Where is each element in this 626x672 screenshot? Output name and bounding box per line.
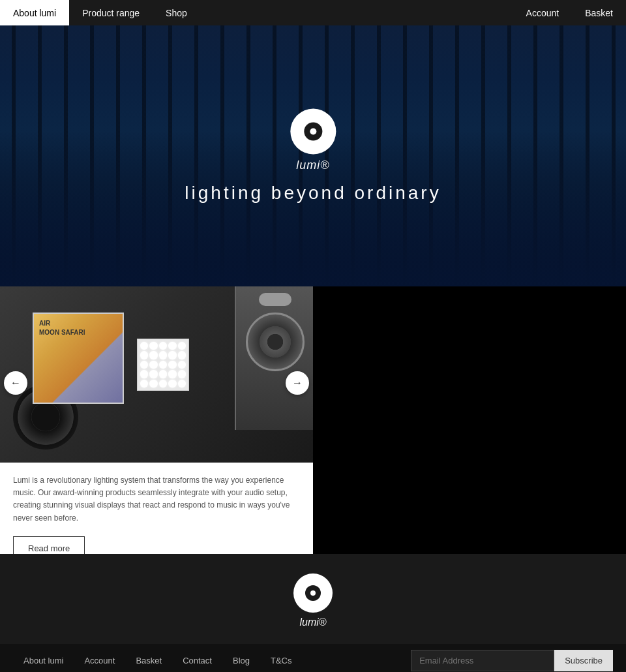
nav-right: Account Basket: [513, 0, 626, 25]
footer-blog[interactable]: Blog: [222, 644, 260, 672]
speaker-tweeter: [259, 293, 291, 306]
speaker: [235, 286, 313, 430]
footer-brand: lumi®: [299, 617, 326, 628]
nav-about-lumi[interactable]: About lumi: [0, 0, 69, 25]
lumi-pad: [137, 339, 189, 391]
nav-left: About lumi Product range Shop: [0, 0, 200, 25]
hero-logo-inner: [304, 123, 322, 141]
product-image-container: AIRMOON SAFARI: [0, 286, 313, 554]
hero-tagline: lighting beyond ordinary: [185, 183, 441, 204]
footer-account[interactable]: Account: [74, 644, 125, 672]
lumi-pad-dot: [149, 361, 157, 369]
footer-contact[interactable]: Contact: [172, 644, 222, 672]
lumi-pad-dot: [168, 351, 176, 359]
next-arrow[interactable]: →: [286, 371, 309, 395]
read-more-button[interactable]: Read more: [13, 536, 85, 554]
album-art: AIRMOON SAFARI: [33, 313, 124, 404]
lumi-pad-dot: [168, 380, 176, 388]
lumi-pad-dot: [149, 342, 157, 350]
lumi-pad-dot: [159, 361, 167, 369]
hero-section: lumi® lighting beyond ordinary: [0, 25, 626, 286]
lumi-pad-dot: [168, 370, 176, 378]
lumi-pad-dot: [178, 361, 186, 369]
footer-about-lumi[interactable]: About lumi: [13, 644, 74, 672]
footer-logo-area: lumi®: [0, 573, 626, 644]
nav-product-range[interactable]: Product range: [69, 0, 153, 25]
lumi-pad-dot: [159, 351, 167, 359]
footer-nav-left: About lumi Account Basket Contact Blog T…: [13, 644, 303, 672]
lumi-pad-dot: [140, 380, 148, 388]
hero-logo-dot: [310, 129, 316, 135]
footer: lumi® About lumi Account Basket Contact …: [0, 554, 626, 672]
lumi-pad-dot: [140, 342, 148, 350]
footer-logo-circle: [293, 573, 333, 613]
lumi-pad-dot: [168, 342, 176, 350]
lumi-pad-dot: [159, 370, 167, 378]
lumi-pad-dot: [140, 370, 148, 378]
email-input[interactable]: [411, 650, 554, 671]
navigation: About lumi Product range Shop Account Ba…: [0, 0, 626, 25]
lumi-pad-dot: [149, 370, 157, 378]
lumi-pad-dot: [168, 361, 176, 369]
lumi-pad-dot: [149, 380, 157, 388]
hero-logo-circle: [290, 109, 336, 155]
lumi-pad-dot: [178, 342, 186, 350]
nav-account[interactable]: Account: [513, 0, 573, 25]
lumi-pad-dot: [140, 351, 148, 359]
subscribe-button[interactable]: Subscribe: [554, 650, 613, 671]
lumi-pad-dot: [149, 351, 157, 359]
prev-arrow[interactable]: ←: [4, 371, 27, 395]
hero-content: lumi® lighting beyond ordinary: [185, 109, 441, 204]
hero-brand: lumi®: [296, 159, 329, 172]
lumi-pad-dot: [159, 342, 167, 350]
footer-logo-dot: [310, 590, 316, 596]
footer-nav: About lumi Account Basket Contact Blog T…: [0, 644, 626, 672]
lumi-pad-dot: [178, 351, 186, 359]
product-section: AIRMOON SAFARI: [0, 286, 626, 554]
lumi-pad-dot: [159, 380, 167, 388]
footer-tcs[interactable]: T&Cs: [260, 644, 303, 672]
nav-shop[interactable]: Shop: [153, 0, 200, 25]
footer-subscribe: Subscribe: [411, 650, 613, 671]
album-text: AIRMOON SAFARI: [39, 319, 85, 337]
lumi-pad-dot: [140, 361, 148, 369]
product-image-bg: AIRMOON SAFARI: [0, 286, 313, 463]
speaker-driver: [246, 313, 305, 371]
footer-basket[interactable]: Basket: [125, 644, 172, 672]
lumi-pad-dot: [178, 380, 186, 388]
product-dark-panel: [313, 286, 626, 554]
footer-logo-inner: [305, 585, 321, 601]
lumi-pad-dot: [178, 370, 186, 378]
description-area: Lumi is a revolutionary lighting system …: [0, 463, 313, 554]
description-text: Lumi is a revolutionary lighting system …: [13, 474, 300, 525]
nav-basket[interactable]: Basket: [572, 0, 626, 25]
